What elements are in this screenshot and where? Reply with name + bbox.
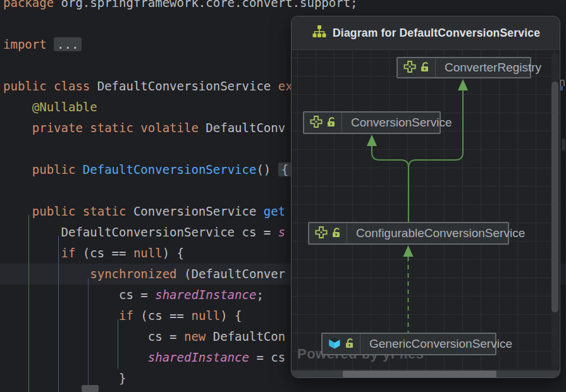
diagram-vertical-scrollbar[interactable]	[551, 52, 558, 369]
code-token: package	[3, 0, 54, 9]
code-token: DefaultConv	[199, 121, 285, 135]
diagram-node-genericconversionservice[interactable]: GenericConversionService	[321, 333, 496, 355]
code-token: null	[191, 309, 220, 322]
ide-window: package org.springframework.core.convert…	[0, 0, 566, 392]
vertical-scrollbar-thumb[interactable]	[551, 82, 558, 312]
code-token: }	[3, 371, 126, 385]
code-token: public	[32, 162, 76, 176]
diagram-popup: Diagram for DefaultConversionService Pow…	[291, 16, 560, 378]
inheritance-edges	[292, 50, 560, 377]
code-line: package org.springframework.core.convert…	[0, 0, 566, 13]
code-token: ) {	[220, 309, 242, 322]
code-token: (cs ==	[75, 246, 133, 260]
code-token: private static volatile	[32, 121, 199, 135]
node-label: ConversionService	[342, 113, 460, 133]
interface-icon	[310, 116, 323, 130]
diagram-hierarchy-icon	[312, 25, 326, 41]
horizontal-scrollbar-thumb[interactable]	[343, 371, 496, 377]
unlocked-icon	[421, 61, 429, 75]
code-token	[47, 37, 54, 51]
code-token: null	[133, 246, 163, 260]
code-token	[3, 162, 32, 176]
diagram-canvas[interactable]: Powered by yFiles	[292, 50, 560, 377]
arrowhead-conversionservice	[367, 135, 377, 146]
indent-guide	[88, 278, 89, 392]
code-token: get	[264, 204, 285, 218]
unlocked-icon	[327, 116, 336, 130]
unlocked-icon	[332, 227, 341, 240]
code-token	[3, 204, 32, 218]
indent-guide	[28, 215, 29, 392]
code-token: DefaultConversionService	[90, 79, 278, 93]
code-token: cs =	[3, 288, 155, 302]
code-token	[3, 309, 119, 322]
code-token: import	[3, 37, 47, 51]
code-token: ()	[256, 162, 278, 176]
node-label: ConverterRegistry	[436, 58, 550, 77]
code-token: @Nullable	[32, 100, 97, 114]
arrowhead-converterregistry	[458, 79, 468, 90]
code-token: (DefaultConver	[177, 267, 286, 281]
code-token: cs =	[3, 329, 184, 343]
code-token: ...	[54, 37, 82, 51]
code-token: s	[278, 225, 285, 239]
code-token: public static	[32, 204, 126, 218]
analysis-tick	[560, 86, 563, 90]
diagram-popup-header[interactable]: Diagram for DefaultConversionService	[292, 16, 560, 50]
editor-scrollbar-mark[interactable]	[562, 138, 565, 151]
code-token	[3, 121, 32, 135]
code-token: DefaultConversionService	[83, 162, 257, 176]
diagram-horizontal-scrollbar[interactable]	[292, 371, 560, 377]
code-token: ) {	[163, 246, 184, 260]
code-token: sharedInstance	[148, 350, 249, 364]
arrowhead-configurableconversionservice	[403, 245, 414, 257]
code-token	[3, 100, 32, 114]
node-label: ConfigurableConversionService	[347, 223, 534, 243]
code-token	[3, 246, 61, 260]
code-token: new	[184, 329, 206, 343]
interface-icon	[403, 61, 416, 75]
code-token	[3, 267, 90, 281]
diagram-node-converterregistry[interactable]: ConverterRegistry	[397, 57, 531, 78]
code-token: public class	[3, 79, 90, 93]
mouse-cursor	[82, 385, 99, 392]
node-label: GenericConversionService	[360, 334, 521, 354]
indent-guide	[118, 319, 118, 369]
diagram-node-configurableconversionservice[interactable]: ConfigurableConversionService	[308, 222, 509, 245]
code-token: ConversionService	[126, 204, 263, 218]
indent-guide	[58, 236, 59, 392]
unlocked-icon	[345, 338, 354, 351]
code-token: synchronized	[90, 267, 176, 281]
class-icon	[328, 336, 341, 352]
code-token: (cs ==	[133, 309, 192, 322]
code-token: sharedInstance	[155, 288, 256, 302]
diagram-node-conversionservice[interactable]: ConversionService	[303, 111, 441, 134]
code-token	[3, 350, 148, 364]
interface-icon	[315, 226, 328, 241]
code-token: = cs	[249, 350, 285, 364]
code-token: if	[119, 309, 133, 322]
code-token: if	[61, 246, 76, 260]
code-token: ;	[256, 288, 263, 302]
code-token	[75, 162, 82, 176]
code-token: org.springframework.core.convert.support…	[54, 0, 357, 9]
code-token: DefaultCon	[206, 329, 285, 343]
popup-title: Diagram for DefaultConversionService	[333, 27, 540, 40]
code-token: DefaultConversionService cs =	[3, 225, 278, 239]
